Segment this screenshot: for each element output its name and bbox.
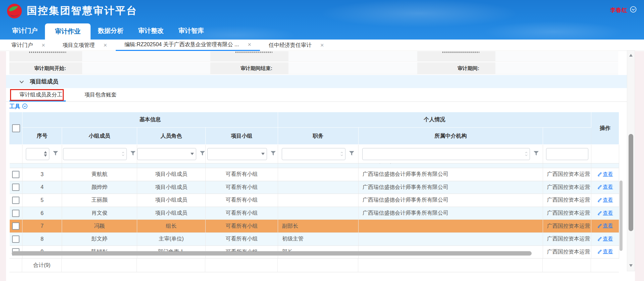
- subtab-inactive[interactable]: 项目包含账套: [85, 91, 117, 98]
- pencil-icon: [597, 224, 602, 228]
- row-checkbox-cell: [10, 168, 22, 181]
- table-row[interactable]: 3 黄航航 项目小组成员 可看所有小组 广西瑞信盛德会计师事务所有限公司 广西国…: [10, 168, 619, 181]
- view-link[interactable]: 查看: [597, 210, 613, 216]
- table-row-partial[interactable]: 可看所有小组 广西瑞信盛德会计师事务所有限公司 广西国控资本运营 查看: [10, 163, 619, 168]
- footer-cell: [9, 259, 22, 272]
- project-members-section-header[interactable]: 项目组成员: [6, 75, 635, 88]
- audit-period-end-field[interactable]: [288, 62, 417, 74]
- filter-funnel-icon[interactable]: [533, 151, 539, 157]
- filter-funnel-icon[interactable]: [53, 151, 58, 157]
- close-icon[interactable]: ×: [248, 41, 251, 48]
- project-group-cell: 可看所有小组: [206, 168, 278, 181]
- table-row[interactable]: 4 颜烨烨 项目小组成员 可看所有小组 广西瑞信盛德会计师事务所有限公司 广西国…: [10, 181, 619, 194]
- page-margin-left: [0, 51, 6, 281]
- scroll-up-arrow[interactable]: [629, 53, 633, 58]
- filter-funnel-icon[interactable]: [270, 151, 276, 157]
- table-row[interactable]: 8 彭文婷 主审(单位) 可看所有小组 初级主管 广西国控资本运营 查看: [10, 232, 619, 245]
- filter-funnel-icon[interactable]: [200, 151, 205, 157]
- position-filter-input[interactable]: [282, 148, 345, 160]
- member-cell: 王丽颜: [62, 194, 137, 207]
- document-tab[interactable]: 项目立项管理×: [54, 40, 116, 51]
- document-tab[interactable]: 编辑:RZ202504 关于广西农垦企业管理有限公 ...×: [116, 40, 260, 51]
- row-checkbox[interactable]: [12, 210, 19, 217]
- view-link[interactable]: 查看: [597, 236, 613, 242]
- agency-filter-input[interactable]: [362, 148, 530, 160]
- column-header-seq: 序号: [22, 128, 62, 145]
- close-icon[interactable]: ×: [42, 42, 45, 49]
- row-checkbox[interactable]: [12, 184, 19, 191]
- role-cell: 项目小组成员: [137, 194, 206, 207]
- scroll-down-arrow[interactable]: [629, 263, 633, 268]
- row-checkbox[interactable]: [12, 171, 19, 178]
- nav-item[interactable]: 审计智库: [171, 22, 211, 40]
- pencil-icon: [597, 198, 602, 202]
- audit-period-field[interactable]: [495, 62, 618, 74]
- position-cell: [278, 168, 359, 181]
- role-cell: 主审(单位): [137, 232, 206, 245]
- subtab-active[interactable]: 审计组成员及分工: [19, 91, 62, 98]
- select-all-checkbox[interactable]: [12, 124, 20, 132]
- view-link[interactable]: 查看: [597, 171, 613, 178]
- role-filter-select[interactable]: [137, 148, 196, 160]
- row-checkbox[interactable]: [12, 235, 19, 243]
- row-checkbox-cell: [10, 181, 22, 194]
- footer-cell: [137, 259, 205, 272]
- tools-menu[interactable]: 工具: [9, 102, 28, 112]
- audit-period-start-field[interactable]: [82, 62, 210, 74]
- member-cell: 彭文婷: [62, 232, 137, 245]
- view-link[interactable]: 查看: [597, 249, 613, 255]
- view-link[interactable]: 查看: [597, 197, 613, 203]
- table-row[interactable]: 7 冯颖 组长 可看所有小组 副部长 广西国控资本运营 查看: [10, 220, 619, 233]
- footer-cell: [205, 259, 278, 272]
- member-filter-input[interactable]: [63, 148, 127, 160]
- chevron-down-icon[interactable]: [19, 79, 24, 85]
- seq-number-spinner[interactable]: [26, 148, 49, 160]
- members-table: 基本信息 个人情况 操作 序号 小组成员 人员角色 项目小组 职务 所属中介机构: [9, 112, 619, 259]
- org-cell: 广西国控资本运营: [543, 181, 591, 194]
- view-link[interactable]: 查看: [597, 184, 613, 190]
- row-checkbox-cell: [10, 207, 22, 220]
- user-menu[interactable]: 李春红: [610, 6, 637, 14]
- form-row-clipped: [0, 51, 644, 62]
- document-tab[interactable]: 审计门户×: [3, 40, 54, 51]
- form-field[interactable]: [288, 51, 417, 62]
- nav-item[interactable]: 审计整改: [131, 22, 171, 40]
- project-group-cell: 可看所有小组: [206, 232, 278, 245]
- document-tab[interactable]: 任中经济责任审计×: [260, 40, 333, 51]
- org-cell: 广西国控资本运营: [543, 232, 591, 245]
- column-header-role: 人员角色: [137, 128, 206, 145]
- nav-item[interactable]: 审计作业: [45, 23, 91, 40]
- close-icon[interactable]: ×: [104, 42, 107, 49]
- chevron-down-circle-icon[interactable]: [22, 103, 28, 110]
- form-field[interactable]: [82, 51, 210, 62]
- agency-cell: 广西瑞信盛德会计师事务所有限公司: [359, 194, 543, 207]
- pencil-icon: [597, 185, 602, 189]
- table-row[interactable]: 6 肖文俊 项目小组成员 可看所有小组 广西瑞信盛德会计师事务所有限公司 广西国…: [10, 207, 619, 220]
- close-icon[interactable]: ×: [320, 42, 324, 49]
- row-checkbox-cell: [10, 232, 22, 245]
- horizontal-scrollbar-thumb[interactable]: [12, 251, 532, 256]
- filter-agency-cell: [359, 145, 543, 163]
- user-name[interactable]: 李春红: [610, 6, 627, 14]
- row-checkbox[interactable]: [12, 222, 19, 230]
- filter-funnel-icon[interactable]: [349, 151, 355, 157]
- member-cell: 冯颖: [62, 220, 137, 233]
- filter-project-group-cell: [206, 145, 278, 163]
- nav-item[interactable]: 审计门户: [5, 22, 45, 40]
- tools-label[interactable]: 工具: [9, 103, 20, 110]
- table-vertical-scrollbar-thumb[interactable]: [620, 181, 623, 251]
- chevron-down-circle-icon[interactable]: [630, 6, 637, 14]
- action-cell: 查看: [591, 194, 619, 207]
- form-field[interactable]: [495, 51, 618, 62]
- table-row[interactable]: 5 王丽颜 项目小组成员 可看所有小组 广西瑞信盛德会计师事务所有限公司 广西国…: [10, 194, 619, 207]
- project-group-filter-select[interactable]: [207, 148, 267, 160]
- seq-cell: 5: [22, 194, 62, 207]
- nav-item[interactable]: 数据分析: [91, 22, 131, 40]
- extra-filter-input[interactable]: [546, 148, 588, 160]
- filter-funnel-icon[interactable]: [130, 151, 136, 157]
- row-checkbox-cell: [10, 194, 22, 207]
- page-scrollbar-thumb[interactable]: [629, 134, 633, 231]
- view-link[interactable]: 查看: [597, 223, 613, 229]
- row-checkbox[interactable]: [12, 197, 19, 204]
- page-margin-right: [635, 51, 644, 281]
